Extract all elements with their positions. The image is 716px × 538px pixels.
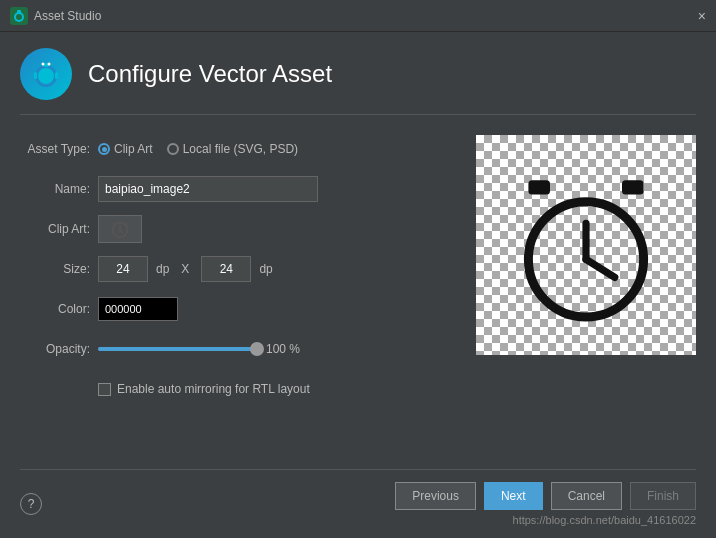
cancel-button[interactable]: Cancel [551,482,622,510]
opacity-label: Opacity: [20,342,90,356]
asset-type-radio-group: Clip Art Local file (SVG, PSD) [98,142,298,156]
radio-local-file-circle [167,143,179,155]
svg-line-16 [586,259,615,277]
size-width-unit: dp [156,262,169,276]
slider-thumb[interactable] [250,342,264,356]
asset-type-row: Asset Type: Clip Art Local file (SVG, PS… [20,135,456,163]
help-button[interactable]: ? [20,493,42,515]
app-icon [10,7,28,25]
footer-left: ? [20,493,42,515]
window-title: Asset Studio [34,9,101,23]
svg-point-2 [16,14,22,20]
svg-point-5 [38,68,54,84]
preview-icon [496,155,676,335]
alarm-icon [109,218,131,240]
title-bar: Asset Studio × [0,0,716,32]
preview-clock-icon [496,155,676,335]
auto-mirror-checkbox-container[interactable]: Enable auto mirroring for RTL layout [98,382,310,396]
color-label: Color: [20,302,90,316]
footer-buttons: Previous Next Cancel Finish [395,482,696,510]
opacity-value: 100 % [266,342,306,356]
size-row: Size: dp X dp [20,255,456,283]
name-row: Name: [20,175,456,203]
dialog-body: Configure Vector Asset Asset Type: Clip … [0,32,716,538]
radio-clip-art-circle [98,143,110,155]
opacity-slider-container: 100 % [98,342,306,356]
svg-rect-9 [34,72,37,79]
svg-rect-13 [622,180,644,194]
svg-rect-3 [17,10,21,13]
svg-rect-12 [528,180,550,194]
color-row: Color: 000000 [20,295,456,323]
content-area: Asset Type: Clip Art Local file (SVG, PS… [20,135,696,469]
color-value: 000000 [105,303,142,315]
footer-center-right: Previous Next Cancel Finish https://blog… [395,482,696,526]
asset-type-label: Asset Type: [20,142,90,156]
footer-url: https://blog.csdn.net/baidu_41616022 [513,514,696,526]
opacity-slider[interactable] [98,347,258,351]
size-width-input[interactable] [98,256,148,282]
clip-art-row: Clip Art: [20,215,456,243]
android-icon [29,57,63,91]
opacity-row: Opacity: 100 % [20,335,456,363]
dialog-title: Configure Vector Asset [88,60,332,88]
checkbox-row: Enable auto mirroring for RTL layout [20,375,456,403]
svg-rect-10 [55,72,58,79]
auto-mirror-label: Enable auto mirroring for RTL layout [117,382,310,396]
size-label: Size: [20,262,90,276]
radio-clip-art[interactable]: Clip Art [98,142,153,156]
preview-area [476,135,696,355]
clip-art-button[interactable] [98,215,142,243]
svg-point-7 [42,63,45,66]
svg-point-8 [48,63,51,66]
header-icon [20,48,72,100]
color-swatch[interactable]: 000000 [98,297,178,321]
name-input[interactable] [98,176,318,202]
auto-mirror-checkbox[interactable] [98,383,111,396]
title-bar-left: Asset Studio [10,7,101,25]
dialog-header: Configure Vector Asset [20,48,696,115]
radio-local-file[interactable]: Local file (SVG, PSD) [167,142,298,156]
footer: ? Previous Next Cancel Finish https://bl… [20,469,696,526]
finish-button[interactable]: Finish [630,482,696,510]
next-button[interactable]: Next [484,482,543,510]
radio-clip-art-label: Clip Art [114,142,153,156]
slider-fill [98,347,258,351]
size-height-input[interactable] [201,256,251,282]
form-area: Asset Type: Clip Art Local file (SVG, PS… [20,135,456,469]
close-button[interactable]: × [698,9,706,23]
name-label: Name: [20,182,90,196]
radio-local-file-label: Local file (SVG, PSD) [183,142,298,156]
size-separator: X [181,262,189,276]
size-height-unit: dp [259,262,272,276]
clip-art-label: Clip Art: [20,222,90,236]
previous-button[interactable]: Previous [395,482,476,510]
